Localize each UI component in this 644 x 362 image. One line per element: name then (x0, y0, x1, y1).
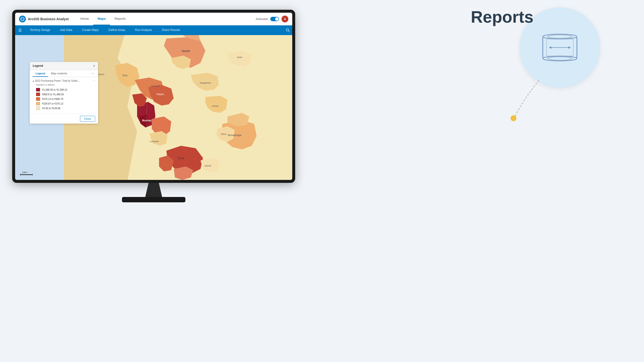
autosave-toggle[interactable] (270, 17, 279, 21)
legend-item-3: ₹370.14 to ₹968.79 (36, 97, 95, 101)
svg-text:Lonavala: Lonavala (150, 140, 159, 143)
svg-line-4 (288, 31, 290, 32)
legend-layer-title: ▴ 2022 Purchasing Power: Total by Subdi.… (33, 79, 95, 82)
scale-line (20, 174, 33, 176)
legend-range-2: ₹968.8 to ₹1,486.05 (42, 93, 64, 96)
svg-marker-31 (568, 46, 571, 49)
reports-label: Reports (471, 7, 534, 26)
legend-color-4 (36, 102, 40, 105)
svg-text:Yeola: Yeola (237, 56, 242, 58)
monitor-stand-base (122, 197, 186, 202)
monitor-screen: ArcGIS Business Analyst Home Maps Report… (15, 13, 292, 180)
legend-item-5: ₹4.56 to ₹109.86 (36, 106, 95, 110)
sub-nav-share-results[interactable]: Share Results (157, 25, 185, 35)
hamburger-button[interactable]: ☰ (15, 25, 25, 35)
legend-layer-name: 2022 Purchasing Power: Total by Subdi...… (35, 79, 80, 82)
legend-color-1 (36, 88, 40, 91)
legend-subtitle: Numbers in Billions (36, 84, 95, 86)
svg-text:Pune: Pune (178, 157, 184, 160)
app-logo: ArcGIS Business Analyst (19, 15, 69, 22)
legend-item-2: ₹968.8 to ₹1,486.05 (36, 93, 95, 96)
legend-range-3: ₹370.14 to ₹968.79 (42, 98, 63, 100)
legend-close-icon[interactable]: × (93, 64, 95, 68)
legend-color-5 (36, 106, 40, 110)
legend-tabs-more-icon[interactable]: ··· (90, 70, 95, 76)
sub-nav-run-analysis[interactable]: Run Analysis (130, 25, 157, 35)
connector-svg (500, 78, 549, 127)
circle-decoration-area: Reports (520, 7, 600, 88)
monitor-outer: ArcGIS Business Analyst Home Maps Report… (12, 10, 295, 200)
sub-nav-create-maps[interactable]: Create Maps (77, 25, 104, 35)
sub-nav-add-data[interactable]: Add Data (55, 25, 77, 35)
svg-text:Kalyan: Kalyan (156, 93, 164, 95)
legend-color-3 (36, 97, 40, 101)
monitor-stand-neck (145, 183, 162, 197)
svg-text:Sangamner: Sangamner (200, 82, 211, 84)
legend-range-5: ₹4.56 to ₹109.86 (42, 107, 60, 110)
svg-text:Ahmadnagar: Ahmadnagar (228, 134, 242, 136)
svg-text:Bhiwandi: Bhiwandi (151, 85, 160, 87)
sub-nav-territory[interactable]: Territory Design (25, 25, 55, 35)
autosave-label: Autosave (256, 17, 268, 21)
legend-item-4: ₹109.87 to ₹370.13 (36, 102, 95, 105)
scale-label: 10km (22, 171, 27, 174)
legend-header: Legend × (30, 62, 98, 70)
app-header: ArcGIS Business Analyst Home Maps Report… (15, 13, 292, 25)
legend-close-button[interactable]: Close (80, 116, 95, 122)
legend-tab-map-contents[interactable]: Map contents (48, 70, 70, 77)
legend-body: ▴ 2022 Purchasing Power: Total by Subdi.… (30, 77, 98, 114)
legend-tabs: Legend Map contents ··· (30, 70, 98, 77)
legend-title: Legend (33, 64, 43, 67)
svg-text:Virar: Virar (122, 74, 128, 77)
logo-text: ArcGIS Business Analyst (28, 17, 69, 21)
legend-collapse-icon[interactable]: ▴ (33, 79, 34, 82)
sub-nav-define-areas[interactable]: Define Areas (104, 25, 130, 35)
logo-icon (19, 15, 26, 22)
legend-panel: Legend × Legend Map contents ··· ▴ 2022 … (30, 62, 98, 124)
svg-text:Junnar: Junnar (212, 105, 218, 107)
nav-reports[interactable]: Reports (110, 13, 130, 25)
svg-text:Daund: Daund (205, 165, 211, 167)
svg-text:Shirur: Shirur (221, 133, 226, 135)
legend-color-2 (36, 93, 40, 96)
legend-range-1: ₹1,486.05 to ₹1,589.22 (42, 88, 67, 91)
legend-item-1: ₹1,486.05 to ₹1,589.22 (36, 88, 95, 91)
nav-home[interactable]: Home (76, 13, 94, 25)
monitor-bezel: ArcGIS Business Analyst Home Maps Report… (12, 10, 295, 183)
nav-maps[interactable]: Maps (93, 13, 110, 25)
map-area[interactable]: Nashik Mumbai Pune Virar Kalyan Bhiwandi… (15, 35, 292, 180)
sub-nav-right (284, 26, 292, 35)
svg-point-3 (286, 29, 289, 31)
legend-layer-more-icon[interactable]: ··· (93, 79, 95, 82)
scale-fill (20, 174, 32, 175)
legend-range-4: ₹109.87 to ₹370.13 (42, 102, 63, 105)
nav-items: Home Maps Reports (76, 13, 256, 25)
svg-point-32 (510, 115, 516, 121)
legend-tab-legend[interactable]: Legend (33, 70, 48, 77)
scale-bar: 10km (20, 171, 33, 176)
svg-marker-30 (549, 46, 551, 49)
scale-tick-right (32, 174, 33, 176)
map-search-button[interactable] (284, 26, 292, 35)
user-avatar[interactable]: A (282, 15, 288, 22)
legend-footer: Close (30, 114, 98, 124)
header-right: Autosave A (256, 15, 288, 22)
sub-nav: ☰ Territory Design Add Data Create Maps … (15, 25, 292, 35)
blueprint-icon (538, 32, 582, 63)
svg-text:Nashik: Nashik (182, 49, 190, 52)
